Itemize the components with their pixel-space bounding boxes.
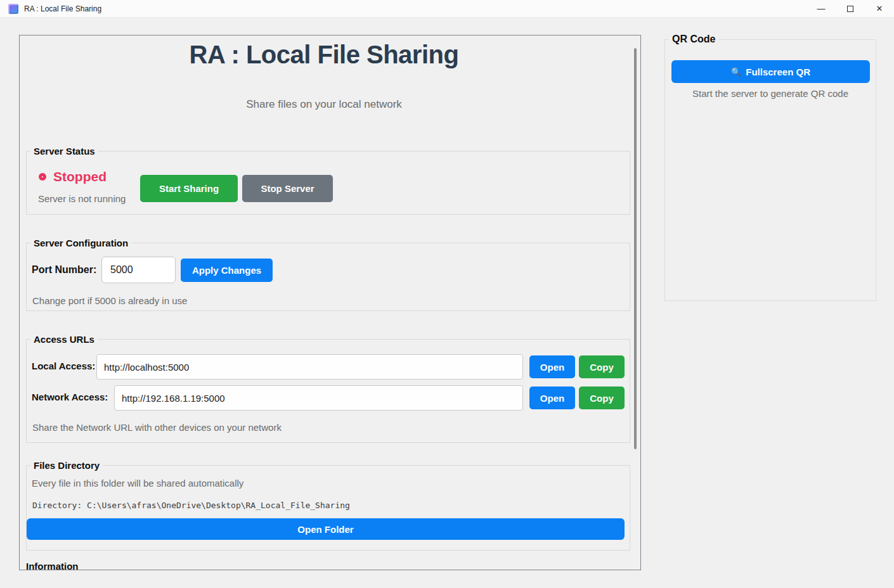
port-number-label: Port Number:: [32, 264, 96, 276]
network-access-label: Network Access:: [32, 392, 108, 402]
apply-changes-button[interactable]: Apply Changes: [181, 259, 273, 282]
fullscreen-qr-button[interactable]: 🔍 Fullscreen QR: [671, 60, 870, 83]
close-button[interactable]: ✕: [865, 0, 894, 17]
network-copy-button[interactable]: Copy: [579, 387, 625, 409]
access-urls-legend: Access URLs: [30, 334, 98, 345]
local-access-label: Local Access:: [32, 361, 95, 371]
page-subtitle: Share files on your local network: [20, 98, 628, 111]
page-title: RA : Local File Sharing: [20, 41, 628, 69]
server-status-group: Server Status Stopped Server is not runn…: [26, 151, 630, 215]
title-bar: RA : Local File Sharing — ✕: [0, 0, 894, 18]
server-configuration-legend: Server Configuration: [30, 238, 131, 248]
qr-hint: Start the server to generate QR code: [665, 88, 876, 99]
status-row: Stopped: [39, 169, 107, 184]
vertical-scrollbar[interactable]: [634, 48, 637, 449]
open-folder-button[interactable]: Open Folder: [27, 518, 625, 540]
window-title: RA : Local File Sharing: [24, 4, 101, 13]
network-open-button[interactable]: Open: [529, 387, 575, 409]
server-configuration-group: Server Configuration Port Number: Apply …: [26, 243, 630, 311]
stop-server-button[interactable]: Stop Server: [242, 175, 333, 202]
status-label: Stopped: [53, 169, 107, 184]
maximize-button[interactable]: [836, 0, 865, 17]
window-controls: — ✕: [807, 0, 894, 17]
port-hint: Change port if 5000 is already in use: [32, 295, 187, 306]
access-urls-group: Access URLs Local Access: Open Copy Netw…: [26, 339, 630, 443]
main-panel: RA : Local File Sharing Share files on y…: [19, 35, 641, 570]
maximize-icon: [847, 6, 853, 12]
network-share-hint: Share the Network URL with other devices…: [32, 422, 282, 433]
status-detail: Server is not running: [38, 193, 126, 204]
qr-code-panel: QR Code 🔍 Fullscreen QR Start the server…: [664, 39, 876, 301]
magnifier-icon: 🔍: [731, 67, 741, 77]
network-access-input[interactable]: [114, 385, 523, 411]
local-copy-button[interactable]: Copy: [579, 355, 625, 378]
local-access-input[interactable]: [96, 354, 523, 380]
local-open-button[interactable]: Open: [529, 355, 575, 378]
information-legend: Information: [26, 561, 79, 570]
server-status-legend: Server Status: [30, 146, 98, 157]
start-sharing-button[interactable]: Start Sharing: [140, 175, 238, 202]
fullscreen-qr-label: Fullscreen QR: [746, 67, 810, 77]
directory-path: Directory: C:\Users\afras\OneDrive\Deskt…: [32, 501, 350, 510]
minimize-button[interactable]: —: [807, 0, 836, 17]
files-directory-group: Files Directory Every file in this folde…: [26, 465, 630, 551]
port-number-input[interactable]: [101, 257, 176, 283]
files-directory-legend: Files Directory: [30, 460, 103, 471]
stopped-status-icon: [39, 173, 46, 181]
qr-code-legend: QR Code: [669, 34, 718, 45]
files-directory-hint: Every file in this folder will be shared…: [32, 478, 243, 489]
app-icon: [8, 4, 18, 14]
